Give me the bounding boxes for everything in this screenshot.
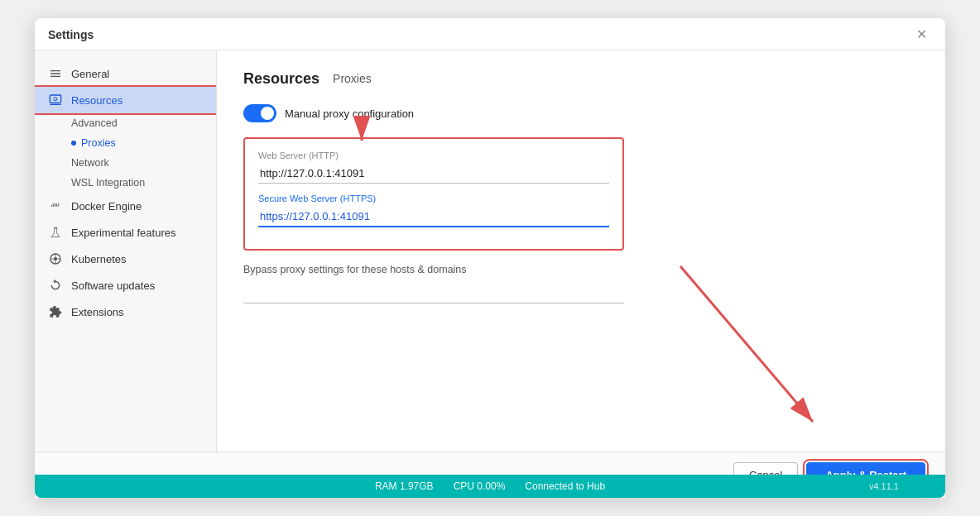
- version-label: v4.11.1: [869, 481, 899, 491]
- bypass-label: Bypass proxy settings for these hosts & …: [243, 264, 919, 275]
- sidebar-item-extensions[interactable]: Extensions: [35, 299, 216, 325]
- svg-point-1: [54, 98, 57, 101]
- sidebar-label-software-updates: Software updates: [71, 280, 155, 292]
- sidebar-item-wsl[interactable]: WSL Integration: [71, 173, 216, 193]
- status-ram: RAM 1.97GB: [375, 480, 434, 492]
- extensions-icon: [48, 304, 63, 319]
- sidebar-label-advanced: Advanced: [71, 117, 118, 129]
- web-server-label: Web Server (HTTP): [258, 150, 609, 160]
- sidebar-item-proxies[interactable]: Proxies: [71, 133, 216, 153]
- experimental-icon: [48, 225, 63, 240]
- secure-server-group: Secure Web Server (HTTPS): [258, 194, 609, 227]
- tab-proxies[interactable]: Proxies: [333, 72, 372, 87]
- status-hub: Connected to Hub: [525, 480, 605, 492]
- sidebar-label-general: General: [71, 68, 109, 80]
- sidebar-sub-group: Advanced Proxies Network WSL Integration: [35, 113, 216, 193]
- status-bar: RAM 1.97GB CPU 0.00% Connected to Hub v4…: [35, 475, 945, 498]
- sidebar-item-resources[interactable]: Resources: [35, 87, 216, 113]
- secure-server-label: Secure Web Server (HTTPS): [258, 194, 609, 203]
- sidebar-label-network: Network: [71, 157, 109, 169]
- section-header: Resources Proxies: [243, 70, 919, 88]
- sidebar-label-extensions: Extensions: [71, 306, 124, 318]
- cpu-label: CPU 0.00%: [454, 480, 506, 492]
- updates-icon: [48, 278, 63, 293]
- sidebar-label-docker-engine: Docker Engine: [71, 200, 142, 213]
- settings-window: Settings ✕ General Resources Advanced: [35, 18, 945, 498]
- secure-server-input[interactable]: [258, 207, 609, 227]
- manual-proxy-toggle[interactable]: [243, 104, 276, 122]
- titlebar: Settings ✕: [35, 18, 945, 50]
- sidebar-label-experimental: Experimental features: [71, 227, 175, 239]
- sidebar-item-software-updates[interactable]: Software updates: [35, 272, 216, 299]
- sidebar-label-wsl: WSL Integration: [71, 177, 145, 189]
- general-icon: [48, 66, 63, 81]
- svg-rect-0: [50, 95, 60, 103]
- ram-label: RAM 1.97GB: [375, 480, 434, 492]
- toggle-track: [243, 104, 276, 122]
- toggle-thumb: [261, 107, 274, 120]
- proxy-form: Web Server (HTTP) Secure Web Server (HTT…: [243, 137, 624, 251]
- bypass-input[interactable]: [243, 280, 624, 303]
- main-content: Resources Proxies Manual proxy configura…: [217, 50, 945, 452]
- sidebar-label-resources: Resources: [71, 94, 122, 107]
- window-title: Settings: [48, 28, 94, 41]
- toggle-label: Manual proxy configuration: [285, 108, 414, 120]
- sidebar-item-experimental[interactable]: Experimental features: [35, 219, 216, 246]
- sidebar-label-proxies: Proxies: [81, 137, 116, 149]
- docker-icon: [48, 198, 63, 213]
- sidebar-item-general[interactable]: General: [35, 60, 216, 87]
- web-server-input[interactable]: [258, 164, 609, 184]
- sidebar-item-docker-engine[interactable]: Docker Engine: [35, 193, 216, 219]
- kubernetes-icon: [48, 251, 63, 266]
- status-cpu: CPU 0.00%: [454, 480, 506, 492]
- sidebar-item-advanced[interactable]: Advanced: [71, 113, 216, 133]
- sidebar-item-network[interactable]: Network: [71, 153, 216, 173]
- bullet-icon: [71, 141, 76, 146]
- window-body: General Resources Advanced Proxies Netwo…: [35, 50, 945, 452]
- resources-icon: [48, 93, 63, 108]
- sidebar-item-kubernetes[interactable]: Kubernetes: [35, 246, 216, 272]
- toggle-row: Manual proxy configuration: [243, 104, 919, 122]
- section-title: Resources: [243, 70, 319, 88]
- web-server-group: Web Server (HTTP): [258, 150, 609, 184]
- sidebar-label-kubernetes: Kubernetes: [71, 253, 127, 265]
- close-button[interactable]: ✕: [911, 26, 932, 43]
- sidebar: General Resources Advanced Proxies Netwo…: [35, 50, 217, 452]
- hub-label: Connected to Hub: [525, 480, 605, 492]
